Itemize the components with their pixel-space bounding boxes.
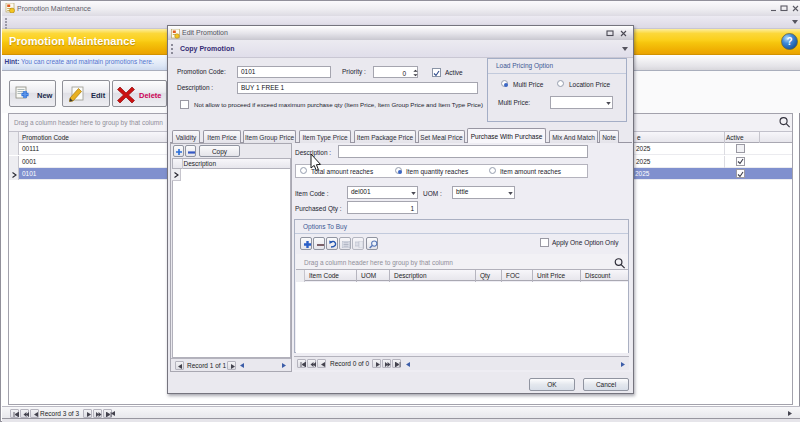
svg-text:?: ? [786,36,792,47]
